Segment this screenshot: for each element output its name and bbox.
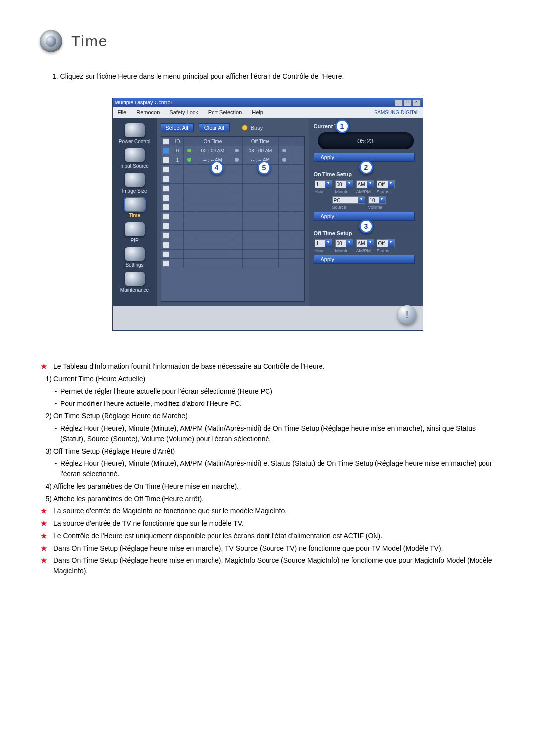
on-hour-select[interactable]: 1▾ (315, 180, 332, 188)
sidebar-item-power[interactable]: Power Control (117, 123, 153, 144)
sidebar-item-image[interactable]: Image Size (117, 173, 153, 194)
clear-all-button[interactable]: Clear All (199, 123, 230, 132)
sidebar-item-label: Settings (117, 262, 153, 268)
callout-badge-5: 5 (257, 161, 271, 175)
label-hour: Hour (315, 248, 332, 253)
note-text: Affiche les paramètres de On Time (Heure… (53, 480, 495, 493)
dash: - (53, 422, 59, 445)
notes-section: ★Le Tableau d'Information fournit l'info… (40, 360, 495, 577)
menu-port-selection[interactable]: Port Selection (203, 109, 247, 115)
chevron-down-icon: ▾ (325, 240, 332, 247)
note-text: La source d'entrée de TV ne fonctionne q… (53, 517, 495, 530)
row-checkbox[interactable] (163, 213, 169, 220)
sidebar: Power Control Input Source Image Size Ti… (113, 118, 157, 306)
sidebar-item-label: Time (117, 213, 153, 218)
table-row[interactable]: 0 02 : 00 AM 03 : 00 AM (161, 146, 304, 155)
note-text: Réglez Hour (Heure), Minute (Minute), AM… (59, 457, 495, 480)
off-status-select[interactable]: Off▾ (377, 239, 395, 247)
on-status-select[interactable]: Off▾ (377, 180, 395, 188)
sidebar-item-settings[interactable]: Settings (117, 247, 153, 268)
note-text: Dans On Time Setup (Réglage heure mise e… (53, 542, 495, 554)
menu-file[interactable]: File (113, 109, 132, 115)
chevron-down-icon: ▾ (379, 197, 385, 203)
note-heading: Off Time Setup (Réglage Heure d'Arrêt) (53, 445, 495, 457)
row-checkbox[interactable] (163, 185, 169, 192)
label-ampm: AM/PM (356, 248, 374, 253)
row-checkbox[interactable] (163, 204, 169, 210)
chevron-down-icon: ▾ (346, 240, 353, 247)
close-icon[interactable]: × (413, 99, 421, 106)
row-checkbox[interactable] (163, 148, 169, 154)
row-checkbox[interactable] (163, 232, 169, 239)
star-icon: ★ (40, 554, 53, 577)
intro-text: 1. Cliquez sur l'icône Heure dans le men… (53, 72, 495, 80)
note-text: Dans On Time Setup (Réglage heure mise e… (53, 554, 495, 577)
current-time-value: 05:23 (357, 137, 374, 145)
note-number: 4) (40, 480, 53, 493)
callout-badge-1: 1 (335, 119, 349, 133)
minimize-icon[interactable]: _ (395, 99, 403, 106)
row-checkbox[interactable] (163, 242, 169, 248)
row-checkbox[interactable] (163, 260, 169, 267)
dash: - (53, 398, 59, 410)
sidebar-item-time[interactable]: Time (117, 198, 153, 218)
on-minute-select[interactable]: 00▾ (335, 180, 353, 188)
sidebar-item-label: Input Source (117, 163, 153, 169)
row-checkbox[interactable] (163, 223, 169, 229)
center-pane: Select All Clear All Busy 4 5 ID On Time… (157, 118, 309, 306)
row-checkbox[interactable] (163, 251, 169, 257)
row-checkbox[interactable] (163, 157, 169, 163)
time-section-icon (40, 30, 62, 52)
select-all-button[interactable]: Select All (160, 123, 194, 132)
app-window: Multiple Display Control _ □ × File Remo… (112, 98, 423, 331)
star-icon: ★ (40, 530, 53, 542)
apply-off-time-button[interactable]: Apply (314, 255, 415, 264)
star-icon: ★ (40, 360, 53, 373)
row-checkbox[interactable] (163, 195, 169, 201)
off-ampm-select[interactable]: AM▾ (356, 239, 374, 247)
status-dot-icon (235, 158, 239, 162)
callout-badge-2: 2 (359, 160, 373, 174)
row-id: 1 (172, 155, 184, 164)
label-status: Status (377, 248, 395, 253)
label-volume: Volume (368, 205, 383, 210)
sidebar-item-input[interactable]: Input Source (117, 148, 153, 169)
row-checkbox[interactable] (163, 166, 169, 173)
on-volume-select[interactable]: 10▾ (368, 196, 386, 204)
table-row[interactable]: 1 -- : -- AM -- : -- AM (161, 155, 304, 165)
note-text: Le Tableau d'Information fournit l'infor… (53, 360, 495, 373)
row-on-time: 02 : 00 AM (195, 146, 231, 155)
note-text: La source d'entrée de MagicInfo ne fonct… (53, 505, 495, 517)
label-ampm: AM/PM (356, 189, 374, 194)
menu-safety-lock[interactable]: Safety Lock (164, 109, 203, 115)
chevron-down-icon: ▾ (388, 240, 394, 247)
label-hour: Hour (315, 189, 332, 194)
display-grid: 4 5 ID On Time Off Time 0 02 : 00 AM (160, 136, 305, 302)
sidebar-item-maintenance[interactable]: Maintenance (117, 272, 153, 293)
callout-badge-3: 3 (359, 219, 373, 233)
star-icon: ★ (40, 505, 53, 517)
sidebar-item-pip[interactable]: PIP (117, 222, 153, 243)
on-ampm-select[interactable]: AM▾ (356, 180, 374, 188)
brand-label: SAMSUNG DIGITall (374, 110, 423, 115)
status-dot-icon (282, 158, 286, 162)
menu-remocon[interactable]: Remocon (131, 109, 164, 115)
help-icon[interactable]: ! (398, 305, 417, 324)
status-dot-icon (187, 158, 191, 162)
maximize-icon[interactable]: □ (404, 99, 412, 106)
off-hour-select[interactable]: 1▾ (315, 239, 332, 247)
busy-indicator: Busy (242, 125, 263, 131)
row-checkbox[interactable] (163, 176, 169, 182)
off-minute-select[interactable]: 00▾ (335, 239, 353, 247)
busy-label: Busy (251, 125, 263, 131)
chevron-down-icon: ▾ (358, 197, 365, 203)
note-text: Le Contrôle de l'Heure est uniquement di… (53, 530, 495, 542)
menu-help[interactable]: Help (247, 109, 268, 115)
sidebar-item-label: Power Control (117, 139, 153, 144)
dash: - (53, 385, 59, 398)
on-source-select[interactable]: PC▾ (332, 196, 365, 204)
star-icon: ★ (40, 542, 53, 554)
row-id: 0 (172, 146, 184, 155)
header-checkbox[interactable] (163, 138, 169, 145)
label-source: Source (332, 205, 365, 210)
